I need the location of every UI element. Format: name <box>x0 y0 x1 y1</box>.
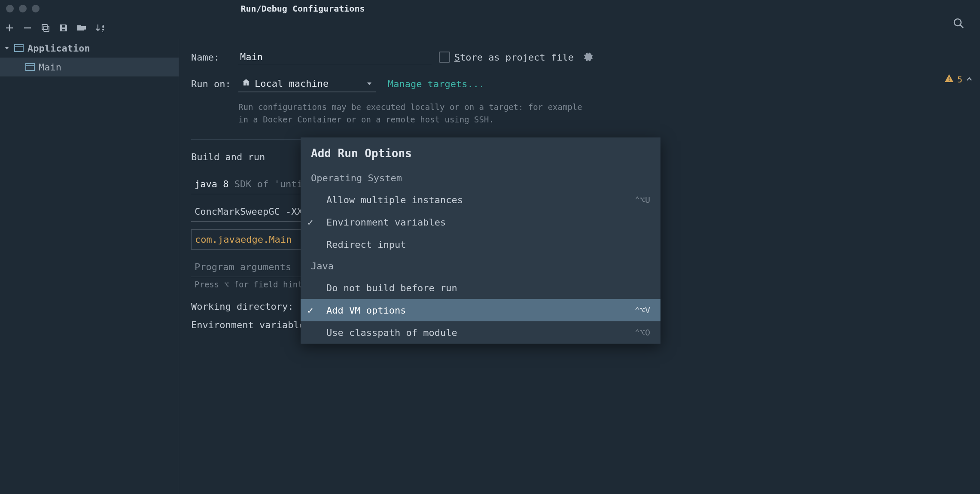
tree-item-main[interactable]: Main <box>0 58 179 76</box>
name-label: Name: <box>191 52 238 63</box>
popup-item-allow-multiple[interactable]: Allow multiple instances ⌃⌥U <box>301 189 660 211</box>
svg-marker-13 <box>367 82 371 85</box>
section-title: Build and run <box>191 152 265 162</box>
store-label: Store as project file <box>454 52 574 63</box>
tree-item-label: Main <box>39 62 61 73</box>
check-icon: ✓ <box>307 305 313 316</box>
check-icon: ✓ <box>307 217 313 228</box>
window-title: Run/Debug Configurations <box>241 3 365 14</box>
warning-count: 5 <box>957 74 962 85</box>
svg-line-16 <box>960 25 963 28</box>
chevron-up-icon <box>966 74 973 85</box>
runon-value: Local machine <box>255 78 329 89</box>
popup-item-shortcut: ⌃⌥V <box>635 305 650 315</box>
svg-rect-9 <box>15 45 23 52</box>
right-gutter: 5 <box>937 17 980 85</box>
svg-point-15 <box>954 19 961 26</box>
svg-text:z: z <box>101 27 104 33</box>
svg-rect-4 <box>42 24 47 30</box>
popup-item-label: Allow multiple instances <box>326 195 463 205</box>
popup-item-env-vars[interactable]: ✓ Environment variables <box>301 211 660 233</box>
minimize-window-button[interactable] <box>19 5 27 12</box>
popup-item-label: Environment variables <box>326 217 446 228</box>
search-icon[interactable] <box>953 17 965 31</box>
tree-item-application[interactable]: Application <box>0 39 179 58</box>
maximize-window-button[interactable] <box>32 5 40 12</box>
popup-item-vm-options[interactable]: ✓ Add VM options ⌃⌥V <box>301 299 660 321</box>
add-run-options-popup: Add Run Options Operating System Allow m… <box>301 137 660 344</box>
chevron-down-icon <box>3 43 10 54</box>
gear-icon[interactable] <box>583 51 593 63</box>
folder-button[interactable] <box>76 23 88 33</box>
popup-section-os: Operating System <box>301 168 660 189</box>
runon-dropdown[interactable]: Local machine <box>238 76 376 92</box>
sort-button[interactable]: az <box>95 23 107 33</box>
popup-item-shortcut: ⌃⌥U <box>635 195 650 205</box>
config-tree: Application Main <box>0 39 179 494</box>
popup-item-label: Use classpath of module <box>326 327 457 338</box>
warnings-indicator[interactable]: 5 <box>944 74 973 85</box>
svg-rect-19 <box>949 80 950 81</box>
popup-item-redirect-input[interactable]: Redirect input <box>301 233 660 256</box>
svg-rect-11 <box>26 64 34 70</box>
sdk-value: java 8 <box>195 179 228 189</box>
svg-marker-8 <box>5 47 9 49</box>
store-checkbox[interactable] <box>439 52 450 63</box>
add-config-button[interactable] <box>4 23 15 33</box>
toolbar: az <box>0 17 606 39</box>
popup-title: Add Run Options <box>301 137 660 168</box>
application-icon <box>14 44 24 52</box>
warning-icon <box>944 74 954 85</box>
svg-rect-18 <box>949 77 950 79</box>
copy-config-button[interactable] <box>40 23 51 33</box>
popup-item-no-build[interactable]: Do not build before run <box>301 277 660 299</box>
titlebar: Run/Debug Configurations <box>0 0 606 17</box>
popup-section-java: Java <box>301 256 660 277</box>
chevron-down-icon <box>366 78 372 89</box>
save-config-button[interactable] <box>58 23 69 33</box>
remove-config-button[interactable] <box>22 23 33 33</box>
popup-item-classpath[interactable]: Use classpath of module ⌃⌥O <box>301 321 660 344</box>
name-input[interactable] <box>238 49 432 65</box>
runon-help-text: Run configurations may be executed local… <box>238 101 593 125</box>
traffic-lights <box>6 5 40 12</box>
application-icon <box>25 63 35 71</box>
tree-item-label: Application <box>27 43 90 54</box>
svg-rect-3 <box>44 26 49 31</box>
popup-item-label: Redirect input <box>326 239 406 250</box>
popup-item-shortcut: ⌃⌥O <box>635 327 650 338</box>
close-window-button[interactable] <box>6 5 14 12</box>
home-icon <box>242 78 250 89</box>
runon-label: Run on: <box>191 79 238 89</box>
popup-item-label: Add VM options <box>326 305 406 316</box>
manage-targets-link[interactable]: Manage targets... <box>388 79 484 89</box>
popup-item-label: Do not build before run <box>326 283 457 293</box>
